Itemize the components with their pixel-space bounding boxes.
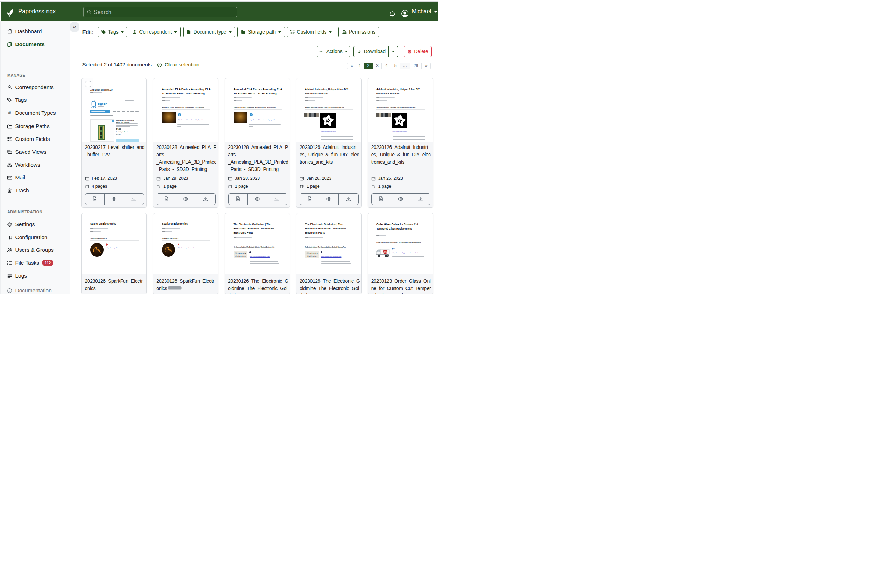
svg-text:#: #	[8, 110, 11, 116]
svg-text:SHIPPING: SHIPPING	[383, 252, 388, 253]
svg-text:SAFE: SAFE	[384, 250, 387, 252]
svg-text:?: ?	[9, 289, 10, 292]
